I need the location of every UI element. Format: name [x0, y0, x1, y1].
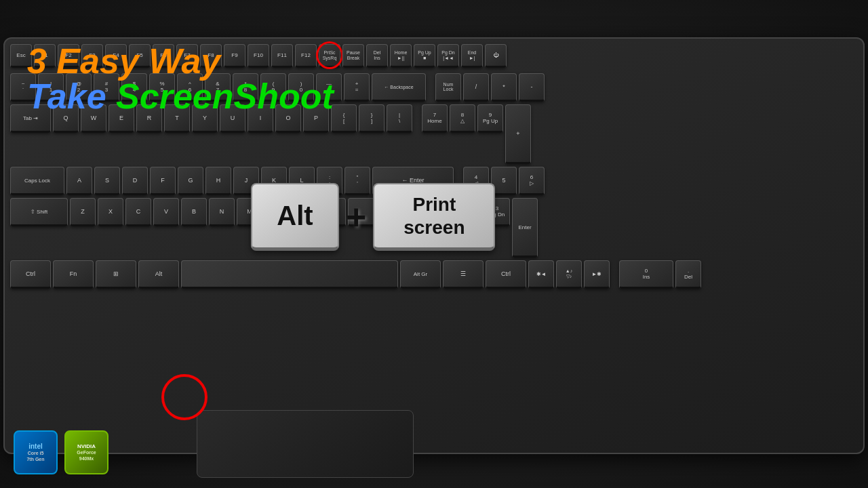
bottom-row: Ctrl Fn ⊞ Alt Alt Gr ☰ Ctrl ✱◄ ▲♪▽♪ ►✱ 0… — [10, 260, 858, 289]
key-bright-down: ✱◄ — [528, 260, 554, 289]
key-num7: 7Home — [422, 104, 448, 133]
key-numslash: / — [463, 73, 489, 102]
key-pause: PauseBreak — [342, 44, 364, 68]
intel-badge: intel Core i57th Gen — [14, 430, 58, 474]
key-fn: Fn — [53, 260, 94, 289]
key-equals: += — [344, 73, 370, 102]
key-pgdn: Pg Dn|◄◄ — [437, 44, 459, 68]
print-screen-label: Printscreen — [403, 193, 465, 239]
title-overlay: 3 Easy Way Take ScreenShoot — [27, 41, 334, 117]
nvidia-text: GeForce940Mx — [77, 449, 96, 462]
title-line1: 3 Easy Way — [27, 41, 334, 81]
key-z: Z — [70, 198, 96, 226]
key-d: D — [122, 167, 148, 195]
shortcut-overlay: Alt + Printscreen — [251, 183, 495, 251]
intel-logo: intel — [28, 443, 43, 450]
screenshot-text: ScreenShoot — [116, 77, 334, 116]
key-numstar: * — [491, 73, 517, 102]
key-menu: ☰ — [443, 260, 484, 289]
key-numdot: .Del — [675, 260, 701, 289]
key-backslash: |\ — [387, 104, 412, 133]
key-numminus: - — [519, 73, 545, 102]
take-text: Take — [27, 77, 116, 116]
big-printscreen-key: Printscreen — [373, 183, 495, 251]
key-power: ⏻ — [485, 44, 507, 68]
key-pgup: Pg Up■ — [414, 44, 435, 68]
touchpad — [197, 410, 414, 478]
alt-key-circle-highlight — [161, 374, 208, 420]
key-rctrl: Ctrl — [486, 260, 526, 289]
title-text-orange: 3 Easy Way — [27, 41, 220, 81]
key-s: S — [94, 167, 120, 195]
key-lalt: Alt — [138, 260, 179, 289]
key-altgr: Alt Gr — [400, 260, 441, 289]
brand-badges: intel Core i57th Gen NVIDIA GeForce940Mx — [14, 430, 108, 474]
key-num8: 8△ — [450, 104, 475, 133]
key-c: C — [125, 198, 151, 226]
nvidia-badge: NVIDIA GeForce940Mx — [64, 430, 108, 474]
key-numenter: Enter — [512, 198, 538, 258]
key-a: A — [66, 167, 92, 195]
key-lshift: ⇧ Shift — [10, 198, 68, 226]
key-f: F — [150, 167, 176, 195]
plus-sign: + — [346, 197, 366, 237]
key-rbracket: }] — [359, 104, 384, 133]
key-numlock: NumLock — [435, 73, 461, 102]
key-end: End►| — [461, 44, 483, 68]
key-x: X — [98, 198, 123, 226]
key-num0: 0Ins — [619, 260, 673, 289]
key-bright-up: ►✱ — [584, 260, 610, 289]
key-n: N — [209, 198, 235, 226]
key-lbracket: {[ — [331, 104, 357, 133]
key-space — [181, 260, 398, 289]
key-win: ⊞ — [96, 260, 136, 289]
key-backspace: ← Backspace — [372, 73, 426, 102]
key-capslock: Caps Lock — [10, 167, 64, 195]
title-line2: Take ScreenShoot — [27, 76, 334, 117]
key-vol: ▲♪▽♪ — [556, 260, 582, 289]
key-v: V — [153, 198, 179, 226]
key-home: Home►|| — [390, 44, 412, 68]
key-numplus: + — [505, 104, 531, 164]
nvidia-logo: NVIDIA — [77, 443, 96, 449]
key-b: B — [181, 198, 207, 226]
key-num6: 6▷ — [519, 167, 545, 195]
alt-key-label: Alt — [277, 201, 313, 231]
key-g: G — [178, 167, 203, 195]
key-num9: 9Pg Up — [477, 104, 503, 133]
big-alt-key: Alt — [251, 183, 339, 251]
key-lctrl: Ctrl — [10, 260, 51, 289]
key-h: H — [205, 167, 231, 195]
key-del: DelIns — [366, 44, 388, 68]
intel-text: Core i57th Gen — [26, 450, 44, 462]
